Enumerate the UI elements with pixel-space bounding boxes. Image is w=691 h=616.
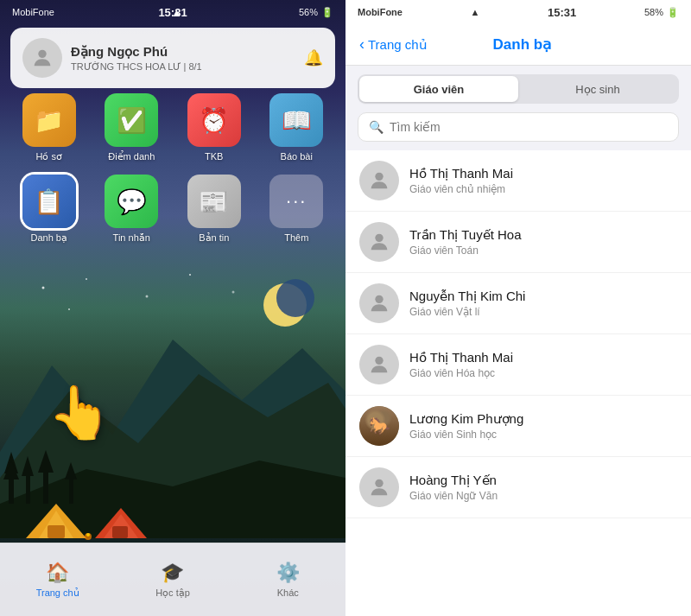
wifi-icon-right: ▲ xyxy=(471,7,480,17)
list-item[interactable]: Trần Thị Tuyết Hoa Giáo viên Toán xyxy=(346,212,691,273)
svg-point-16 xyxy=(146,295,149,298)
avatar xyxy=(359,222,399,262)
time-right: 15:31 xyxy=(548,6,576,19)
right-header: ‹ Trang chủ Danh bạ xyxy=(346,24,691,66)
avatar xyxy=(359,345,399,384)
contact-name: Hoàng Thị Yến xyxy=(409,473,677,488)
app-tin-nhan[interactable]: 💬 Tin nhắn xyxy=(93,175,171,244)
user-icon xyxy=(367,230,391,254)
list-item[interactable]: Hồ Thị Thanh Mai Giáo viên chủ nhiệm xyxy=(346,150,691,212)
app-danh-ba[interactable]: 📋 Danh bạ xyxy=(10,175,88,244)
diem-danh-icon: ✅ xyxy=(105,93,158,147)
svg-point-30 xyxy=(375,234,383,242)
app-ban-tin[interactable]: 📰 Bản tin xyxy=(175,175,253,244)
tents xyxy=(17,486,173,543)
contact-role: Giáo viên Sinh học xyxy=(409,429,677,441)
contact-info: Nguyễn Thị Kim Chi Giáo viên Vật lí xyxy=(409,289,677,318)
nav-khac[interactable]: ⚙️ Khác xyxy=(231,543,346,616)
svg-point-18 xyxy=(232,291,235,294)
page-title: Danh bạ xyxy=(493,35,552,54)
them-label: Thêm xyxy=(284,232,308,243)
svg-point-15 xyxy=(86,278,87,280)
user-icon xyxy=(30,46,54,70)
them-icon: ··· xyxy=(269,175,323,228)
list-item[interactable]: Nguyễn Thị Kim Chi Giáo viên Vật lí xyxy=(346,273,691,334)
app-grid: 📁 Hồ sơ ✅ Điểm danh ⏰ TKB 📖 Báo bài 📋 Da… xyxy=(10,93,335,244)
contact-info: Lương Kim Phượng Giáo viên Sinh học xyxy=(409,411,677,441)
svg-rect-22 xyxy=(48,525,65,538)
bell-icon[interactable]: 🔔 xyxy=(304,48,323,67)
tab-giao-vien[interactable]: Giáo viên xyxy=(359,76,518,102)
ban-tin-label: Bản tin xyxy=(199,232,229,244)
back-button[interactable]: ‹ Trang chủ xyxy=(359,35,428,54)
settings-icon: ⚙️ xyxy=(276,562,300,584)
app-diem-danh[interactable]: ✅ Điểm danh xyxy=(93,93,171,162)
carrier-left: MobiFone xyxy=(12,7,54,17)
study-icon: 🎓 xyxy=(161,562,184,584)
battery-right: 58% xyxy=(644,7,663,17)
carrier-right: MobiFone xyxy=(358,7,403,17)
bottom-nav-left: 🏠 Trang chủ 🎓 Học tập ⚙️ Khác xyxy=(0,543,346,616)
app-bao-bai[interactable]: 📖 Báo bài xyxy=(258,93,336,162)
nav-trang-chu[interactable]: 🏠 Trang chủ xyxy=(0,543,115,616)
user-icon xyxy=(367,291,391,315)
nav-hoc-tap[interactable]: 🎓 Học tập xyxy=(115,543,230,616)
avatar xyxy=(359,283,399,323)
contact-info: Hồ Thị Thanh Mai Giáo viên chủ nhiệm xyxy=(409,166,677,195)
svg-point-29 xyxy=(375,173,383,181)
svg-point-19 xyxy=(68,308,70,310)
contact-name: Hồ Thị Thanh Mai xyxy=(409,166,677,181)
avatar xyxy=(359,467,399,507)
contact-info: Hồ Thị Thanh Mai Giáo viên Hóa học xyxy=(409,350,677,379)
contact-name: Hồ Thị Thanh Mai xyxy=(409,350,677,365)
user-icon xyxy=(367,168,391,193)
search-input[interactable] xyxy=(390,120,668,134)
tab-switcher: Giáo viên Học sinh xyxy=(358,74,679,104)
hand-cursor: 👆 xyxy=(48,382,112,443)
avatar xyxy=(359,161,399,200)
nav-trang-chu-label: Trang chủ xyxy=(36,587,79,599)
bao-bai-icon: 📖 xyxy=(269,93,323,147)
ho-so-label: Hồ sơ xyxy=(36,151,63,162)
app-ho-so[interactable]: 📁 Hồ sơ xyxy=(10,93,88,162)
nav-hoc-tap-label: Học tập xyxy=(155,587,190,599)
app-tkb[interactable]: ⏰ TKB xyxy=(175,93,253,162)
status-bar-left: MobiFone ▲ 15:31 56% 🔋 xyxy=(0,0,346,24)
ho-so-icon: 📁 xyxy=(22,93,76,147)
svg-point-28 xyxy=(38,50,46,58)
list-item[interactable]: Hoàng Thị Yến Giáo viên Ngữ Văn xyxy=(346,457,691,518)
avatar xyxy=(22,38,62,78)
animal-photo: 🐎 xyxy=(359,406,399,446)
bao-bai-label: Báo bài xyxy=(281,151,313,162)
svg-point-27 xyxy=(86,533,90,537)
back-label: Trang chủ xyxy=(368,37,428,53)
right-panel: MobiFone ▲ 15:31 58% 🔋 ‹ Trang chủ Danh … xyxy=(346,0,691,616)
status-bar-right: MobiFone ▲ 15:31 58% 🔋 xyxy=(346,0,691,24)
battery-icon-right: 🔋 xyxy=(667,7,679,18)
back-arrow-icon: ‹ xyxy=(359,35,365,54)
home-icon: 🏠 xyxy=(46,562,69,584)
tab-hoc-sinh[interactable]: Học sinh xyxy=(518,76,677,102)
list-item[interactable]: 🐎 Lương Kim Phượng Giáo viên Sinh học xyxy=(346,396,691,457)
tin-nhan-icon: 💬 xyxy=(105,175,158,228)
search-bar[interactable]: 🔍 xyxy=(358,112,679,142)
contact-role: Giáo viên Vật lí xyxy=(409,306,677,318)
danh-ba-label: Danh bạ xyxy=(31,232,67,244)
search-icon: 🔍 xyxy=(369,120,384,134)
contact-name: Trần Thị Tuyết Hoa xyxy=(409,227,677,243)
avatar: 🐎 xyxy=(359,406,399,446)
profile-school: TRƯỜNG THCS HOA LƯ | 8/1 xyxy=(71,61,295,73)
diem-danh-label: Điểm danh xyxy=(108,151,155,162)
contact-role: Giáo viên Hóa học xyxy=(409,367,677,379)
svg-point-31 xyxy=(375,295,383,303)
tkb-label: TKB xyxy=(205,151,223,162)
profile-card[interactable]: Đặng Ngọc Phú TRƯỜNG THCS HOA LƯ | 8/1 🔔 xyxy=(10,28,335,88)
list-item[interactable]: Hồ Thị Thanh Mai Giáo viên Hóa học xyxy=(346,334,691,396)
nav-khac-label: Khác xyxy=(277,587,299,598)
contact-name: Nguyễn Thị Kim Chi xyxy=(409,289,677,304)
app-them[interactable]: ··· Thêm xyxy=(258,175,336,244)
time-left: 15:31 xyxy=(158,6,187,19)
user-icon xyxy=(367,352,391,377)
profile-name: Đặng Ngọc Phú xyxy=(71,44,295,60)
battery-icon-left: 🔋 xyxy=(321,7,333,18)
